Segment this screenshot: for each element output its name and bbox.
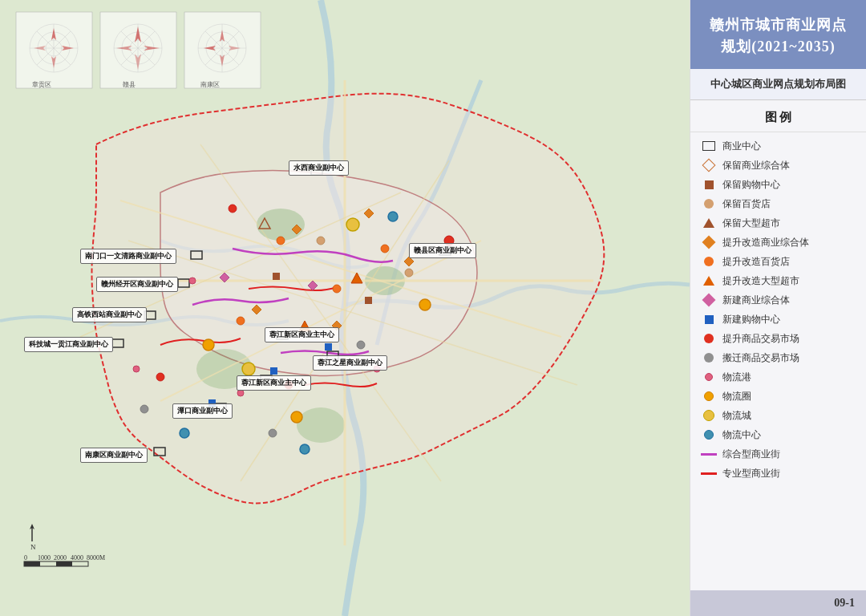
legend-label-specialty-street: 专业型商业街	[722, 468, 780, 480]
svg-point-45	[189, 278, 196, 284]
legend-label-upgrade-market: 提升商品交易市场	[722, 333, 799, 345]
sidebar-footer: 09-1	[690, 590, 866, 616]
svg-text:章贡区: 章贡区	[32, 81, 51, 88]
label-gongjiang-main: 蓉江新区商业主中心	[237, 375, 311, 391]
legend-logistics-city: 物流城	[700, 408, 856, 423]
legend-label-logistics-center: 物流中心	[722, 429, 761, 441]
legend-new-complex: 新建商业综合体	[700, 293, 856, 307]
svg-point-56	[180, 428, 189, 438]
sidebar: 赣州市城市商业网点 规划(2021~2035) 中心城区商业网点规划布局图 图 …	[690, 0, 866, 616]
svg-point-50	[203, 339, 214, 351]
svg-point-54	[388, 212, 398, 221]
legend-label-new-mall: 新建购物中心	[722, 314, 780, 326]
legend-label-logistics-ring: 物流圈	[722, 391, 751, 403]
legend-label-composite-street: 综合型商业街	[722, 448, 780, 460]
svg-point-61	[405, 269, 413, 277]
svg-point-31	[277, 237, 285, 245]
svg-point-43	[140, 405, 148, 413]
svg-point-51	[291, 411, 302, 423]
svg-rect-101	[184, 12, 261, 88]
legend-label-preserved-complex: 保留商业综合体	[722, 160, 790, 172]
svg-point-53	[242, 363, 255, 375]
legend-upgrade-supermarket: 提升改造大型超市	[700, 274, 856, 288]
svg-point-49	[419, 299, 431, 310]
label-gongjiang-xin: 蓉江新区商业主中心	[265, 327, 339, 342]
legend-label-preserved-dept: 保留百货店	[722, 198, 771, 210]
svg-point-1	[257, 209, 305, 241]
svg-rect-62	[365, 297, 372, 304]
legend-relocate-market: 搬迁商品交易市场	[700, 351, 856, 365]
legend-logistics-port: 物流港	[700, 370, 856, 384]
svg-text:0: 0	[24, 554, 27, 561]
legend-area: 商业中心 保留商业综合体 保留购物中心 保留百货店 保留大型超市 提升改造商业综…	[690, 132, 866, 590]
svg-point-60	[317, 237, 325, 245]
svg-point-41	[156, 373, 164, 381]
legend-label-upgrade-supermarket: 提升改造大型超市	[722, 275, 799, 287]
svg-rect-36	[325, 343, 332, 351]
svg-text:8000M: 8000M	[87, 554, 105, 561]
svg-rect-66	[56, 561, 72, 566]
legend-label-new-complex: 新建商业综合体	[722, 294, 790, 306]
legend-logistics-ring: 物流圈	[700, 389, 856, 403]
legend-logistics-center: 物流中心	[700, 428, 856, 442]
svg-point-52	[346, 218, 359, 231]
legend-label-relocate-market: 搬迁商品交易市场	[722, 352, 799, 364]
map-area: 0 1000 2000 4000 8000M N 章贡区	[0, 0, 690, 616]
legend-preserved-mall: 保留购物中心	[700, 177, 856, 192]
legend-preserved-complex: 保留商业综合体	[700, 158, 856, 172]
label-xingzhi: 蓉江之星商业副中心	[313, 355, 387, 371]
svg-point-44	[269, 429, 277, 437]
legend-label-preserved-mall: 保留购物中心	[722, 179, 780, 191]
legend-composite-street: 综合型商业街	[700, 447, 856, 461]
legend-label-logistics-port: 物流港	[722, 371, 751, 383]
legend-label-commercial-center: 商业中心	[722, 140, 761, 152]
legend-label-logistics-city: 物流城	[722, 410, 751, 422]
svg-point-48	[133, 366, 140, 372]
legend-upgrade-complex: 提升改造商业综合体	[700, 235, 856, 249]
legend-label-preserved-supermarket: 保留大型超市	[722, 217, 780, 229]
svg-point-4	[297, 407, 345, 443]
svg-rect-88	[100, 12, 176, 88]
legend-preserved-dept: 保留百货店	[700, 197, 856, 211]
svg-text:1000: 1000	[38, 554, 51, 561]
legend-label-upgrade-complex: 提升改造商业综合体	[722, 237, 809, 249]
label-nanmen: 南门口一文清路商业副中心	[80, 249, 176, 264]
label-ganxian: 赣县区商业副中心	[409, 243, 476, 258]
svg-rect-63	[273, 273, 280, 280]
legend-title: 图 例	[690, 100, 866, 132]
svg-point-39	[229, 205, 237, 213]
svg-text:南康区: 南康区	[200, 81, 220, 88]
sidebar-title: 赣州市城市商业网点 规划(2021~2035)	[710, 17, 847, 55]
svg-point-47	[237, 390, 244, 396]
label-gaotie: 高铁西站商业副中心	[72, 307, 147, 322]
legend-label-upgrade-dept: 提升改造百货店	[722, 256, 790, 268]
svg-point-55	[300, 444, 310, 454]
svg-rect-75	[16, 12, 92, 88]
svg-point-33	[333, 285, 341, 293]
label-nankang: 南康区商业副中心	[80, 448, 148, 463]
svg-text:赣县: 赣县	[123, 81, 136, 88]
legend-commercial-center: 商业中心	[700, 139, 856, 153]
label-ganzhou-dev: 赣州经开区商业副中心	[96, 277, 178, 292]
legend-new-mall: 新建购物中心	[700, 312, 856, 326]
svg-text:N: N	[30, 543, 36, 551]
legend-specialty-street: 专业型商业街	[700, 466, 856, 480]
svg-point-32	[381, 245, 389, 253]
sidebar-header: 赣州市城市商业网点 规划(2021~2035)	[690, 0, 866, 69]
svg-point-42	[357, 341, 365, 349]
label-tangkou: 潭口商业副中心	[172, 403, 233, 419]
legend-upgrade-market: 提升商品交易市场	[700, 331, 856, 346]
legend-preserved-supermarket: 保留大型超市	[700, 216, 856, 230]
svg-point-34	[237, 317, 245, 325]
svg-rect-35	[270, 367, 277, 375]
label-shuixi: 水西商业副中心	[289, 160, 349, 176]
label-keji: 科技城一贡江商业副中心	[24, 337, 113, 352]
legend-upgrade-dept: 提升改造百货店	[700, 254, 856, 269]
svg-text:2000: 2000	[54, 554, 67, 561]
sidebar-subtitle: 中心城区商业网点规划布局图	[690, 69, 866, 100]
svg-rect-65	[24, 561, 40, 566]
svg-text:4000: 4000	[71, 554, 83, 561]
